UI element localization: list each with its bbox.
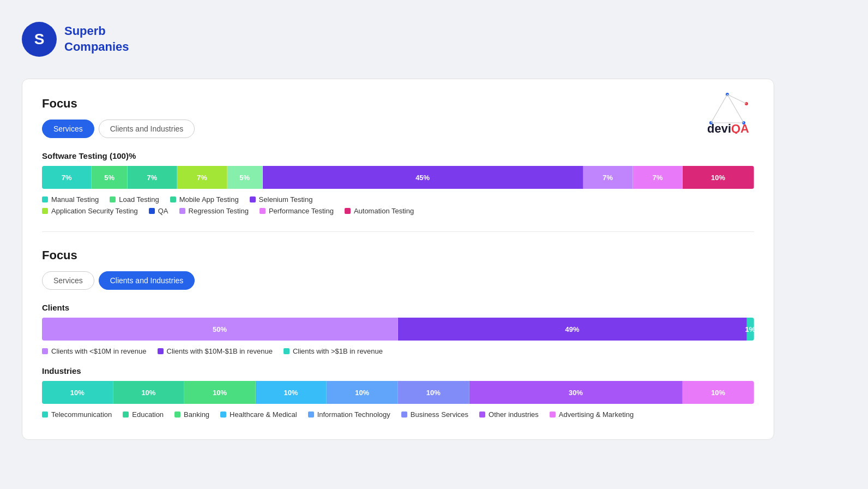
legend-item: Manual Testing (42, 195, 99, 204)
chart-label-1: Software Testing (100)% (42, 151, 754, 160)
bar-segment: 30% (469, 381, 683, 404)
focus-title-1: Focus (42, 97, 754, 111)
tab-group-1: Services Clients and Industries (42, 120, 754, 138)
clients-bar: 50%49%1% (42, 318, 754, 341)
svg-text:devi: devi (707, 122, 731, 134)
industries-label: Industries (42, 366, 754, 375)
tab-clients-industries-1[interactable]: Clients and Industries (99, 120, 195, 138)
bar-segment: 45% (263, 166, 583, 189)
company-name: Superb Companies (64, 23, 129, 55)
legend-item: Other industries (479, 410, 539, 419)
legend-item: QA (149, 207, 168, 215)
svg-text:QA: QA (731, 122, 749, 134)
bar-segment: 10% (683, 166, 754, 189)
bar-segment: 10% (184, 381, 256, 404)
legend-item: Healthcare & Medical (220, 410, 297, 419)
legend-item: Regression Testing (179, 207, 249, 215)
clients-legend: Clients with <$10M in revenueClients wit… (42, 347, 754, 355)
legend-item: Selenium Testing (250, 195, 313, 204)
legend-row2: Application Security TestingQARegression… (42, 207, 754, 215)
bar-segment: 10% (683, 381, 754, 404)
bar-segment: 10% (113, 381, 185, 404)
bar-segment: 10% (398, 381, 469, 404)
industries-legend: TelecommunicationEducationBankingHealthc… (42, 410, 754, 419)
legend-row1: Manual TestingLoad TestingMobile App Tes… (42, 195, 754, 204)
bar-segment: 10% (327, 381, 398, 404)
legend-item: Mobile App Testing (170, 195, 239, 204)
svg-line-4 (711, 94, 727, 123)
services-bar: 7%5%7%7%5%45%7%7%10% (42, 166, 754, 189)
legend-item: Clients with $10M-$1B in revenue (158, 347, 273, 355)
deviqa-logo: devi QA (697, 90, 757, 136)
industries-bar: 10%10%10%10%10%10%30%10% (42, 381, 754, 404)
bar-segment: 7% (633, 166, 683, 189)
bar-segment: 5% (227, 166, 263, 189)
bar-segment: 5% (92, 166, 127, 189)
legend-item: Education (123, 410, 164, 419)
legend-item: Telecommunication (42, 410, 112, 419)
bar-segment: 10% (42, 381, 113, 404)
legend-item: Information Technology (308, 410, 390, 419)
bar-segment: 7% (177, 166, 227, 189)
legend-item: Clients with <$10M in revenue (42, 347, 147, 355)
legend-item: Advertising & Marketing (550, 410, 634, 419)
bar-segment: 7% (128, 166, 177, 189)
legend-item: Automation Testing (345, 207, 414, 215)
section-clients-industries: Focus Services Clients and Industries Cl… (42, 248, 754, 419)
bar-segment: 49% (398, 318, 747, 341)
legend-item: Clients with >$1B in revenue (284, 347, 383, 355)
section-services: Focus Services Clients and Industries So… (42, 97, 754, 215)
bar-segment: 7% (583, 166, 633, 189)
logo-circle: S (22, 22, 57, 57)
clients-label: Clients (42, 303, 754, 312)
tab-clients-industries-2[interactable]: Clients and Industries (99, 271, 195, 290)
bar-segment: 50% (42, 318, 398, 341)
legend-item: Banking (174, 410, 209, 419)
bar-segment: 10% (256, 381, 327, 404)
focus-title-2: Focus (42, 248, 754, 263)
main-card: devi QA Focus Services Clients and Indus… (22, 79, 774, 440)
logo-letter: S (34, 31, 45, 48)
bar-segment: 1% (747, 318, 754, 341)
legend-item: Performance Testing (260, 207, 334, 215)
legend-item: Application Security Testing (42, 207, 138, 215)
tab-services-1[interactable]: Services (42, 120, 94, 138)
bar-segment: 7% (42, 166, 92, 189)
tab-group-2: Services Clients and Industries (42, 271, 754, 290)
tab-services-2[interactable]: Services (42, 271, 94, 290)
header: S Superb Companies (22, 22, 846, 57)
legend-item: Load Testing (110, 195, 159, 204)
legend-item: Business Services (401, 410, 468, 419)
